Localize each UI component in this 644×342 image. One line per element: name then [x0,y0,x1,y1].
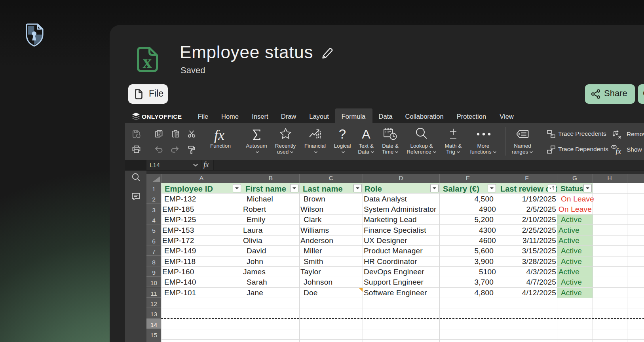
svg-text:fx: fx [616,147,621,155]
svg-text:x: x [143,51,152,72]
